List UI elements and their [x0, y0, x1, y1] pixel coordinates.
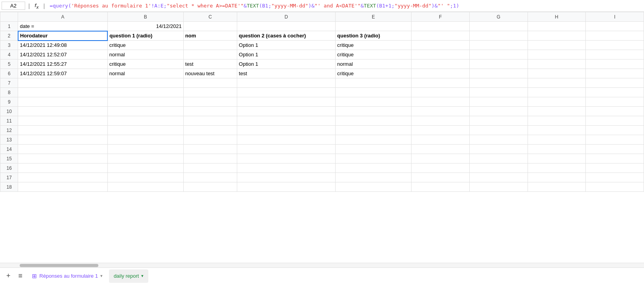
cell-H12[interactable] [528, 126, 586, 135]
row-number-17[interactable]: 17 [0, 173, 18, 182]
cell-D8[interactable] [237, 88, 336, 97]
cell-A11[interactable] [18, 116, 107, 126]
cell-D4[interactable]: Option 1 [237, 50, 336, 59]
col-header-e[interactable]: E [336, 12, 411, 22]
cell-B15[interactable] [107, 154, 183, 163]
cell-I2[interactable] [586, 31, 644, 41]
col-header-f[interactable]: F [411, 12, 470, 22]
cell-G18[interactable] [469, 182, 528, 192]
cell-E10[interactable] [336, 107, 411, 116]
cell-E17[interactable] [336, 173, 411, 182]
cell-A3[interactable]: 14/12/2021 12:49:08 [18, 41, 107, 50]
cell-E7[interactable] [336, 78, 411, 88]
cell-H16[interactable] [528, 163, 586, 173]
cell-A2[interactable]: Horodateur [18, 31, 107, 41]
cell-A8[interactable] [18, 88, 107, 97]
cell-B6[interactable]: normal [107, 69, 183, 78]
cell-B9[interactable] [107, 97, 183, 107]
cell-A14[interactable] [18, 145, 107, 154]
cell-E1[interactable] [336, 22, 411, 31]
cell-D10[interactable] [237, 107, 336, 116]
cell-I10[interactable] [586, 107, 644, 116]
cell-H15[interactable] [528, 154, 586, 163]
cell-H18[interactable] [528, 182, 586, 192]
cell-E9[interactable] [336, 97, 411, 107]
row-number-7[interactable]: 7 [0, 78, 18, 88]
cell-C12[interactable] [183, 126, 237, 135]
tab-reponses-formulaire[interactable]: ⊞ Réponses au formulaire 1 ▾ [27, 269, 107, 283]
cell-G16[interactable] [469, 163, 528, 173]
cell-F18[interactable] [411, 182, 470, 192]
cell-A9[interactable] [18, 97, 107, 107]
cell-B2[interactable]: question 1 (radio) [107, 31, 183, 41]
cell-F4[interactable] [411, 50, 470, 59]
cell-G6[interactable] [469, 69, 528, 78]
cell-B7[interactable] [107, 78, 183, 88]
cell-D7[interactable] [237, 78, 336, 88]
cell-E6[interactable]: critique [336, 69, 411, 78]
col-header-i[interactable]: I [586, 12, 644, 22]
cell-H17[interactable] [528, 173, 586, 182]
cell-E13[interactable] [336, 135, 411, 145]
row-number-5[interactable]: 5 [0, 59, 18, 69]
cell-C8[interactable] [183, 88, 237, 97]
cell-E4[interactable]: critique [336, 50, 411, 59]
col-header-c[interactable]: C [183, 12, 237, 22]
col-header-d[interactable]: D [237, 12, 336, 22]
col-header-g[interactable]: G [469, 12, 528, 22]
cell-I5[interactable] [586, 59, 644, 69]
cell-B16[interactable] [107, 163, 183, 173]
cell-F8[interactable] [411, 88, 470, 97]
cell-C1[interactable] [183, 22, 237, 31]
cell-A18[interactable] [18, 182, 107, 192]
cell-I8[interactable] [586, 88, 644, 97]
row-number-15[interactable]: 15 [0, 154, 18, 163]
row-number-11[interactable]: 11 [0, 116, 18, 126]
cell-H3[interactable] [528, 41, 586, 50]
cell-A1[interactable]: date = [18, 22, 107, 31]
cell-H10[interactable] [528, 107, 586, 116]
cell-C13[interactable] [183, 135, 237, 145]
cell-I16[interactable] [586, 163, 644, 173]
cell-E15[interactable] [336, 154, 411, 163]
cell-B17[interactable] [107, 173, 183, 182]
cell-F11[interactable] [411, 116, 470, 126]
cell-F17[interactable] [411, 173, 470, 182]
cell-A13[interactable] [18, 135, 107, 145]
cell-F15[interactable] [411, 154, 470, 163]
cell-F12[interactable] [411, 126, 470, 135]
row-number-3[interactable]: 3 [0, 41, 18, 50]
cell-I7[interactable] [586, 78, 644, 88]
cell-E14[interactable] [336, 145, 411, 154]
tab-daily-report[interactable]: daily report ▾ [109, 269, 148, 283]
cell-I14[interactable] [586, 145, 644, 154]
cell-D2[interactable]: question 2 (cases à cocher) [237, 31, 336, 41]
cell-D14[interactable] [237, 145, 336, 154]
cell-G12[interactable] [469, 126, 528, 135]
cell-H13[interactable] [528, 135, 586, 145]
cell-H14[interactable] [528, 145, 586, 154]
cell-H4[interactable] [528, 50, 586, 59]
row-number-16[interactable]: 16 [0, 163, 18, 173]
cell-B8[interactable] [107, 88, 183, 97]
cell-G8[interactable] [469, 88, 528, 97]
cell-D18[interactable] [237, 182, 336, 192]
cell-A5[interactable]: 14/12/2021 12:55:27 [18, 59, 107, 69]
cell-G13[interactable] [469, 135, 528, 145]
row-number-8[interactable]: 8 [0, 88, 18, 97]
cell-C3[interactable] [183, 41, 237, 50]
cell-D11[interactable] [237, 116, 336, 126]
cell-D16[interactable] [237, 163, 336, 173]
cell-B18[interactable] [107, 182, 183, 192]
spreadsheet-area[interactable]: A B C D E F G H I 1date =14/12/20212Horo… [0, 12, 644, 263]
cell-F16[interactable] [411, 163, 470, 173]
cell-I18[interactable] [586, 182, 644, 192]
col-header-h[interactable]: H [528, 12, 586, 22]
add-sheet-button[interactable]: + [3, 270, 14, 282]
cell-C14[interactable] [183, 145, 237, 154]
row-number-18[interactable]: 18 [0, 182, 18, 192]
cell-D6[interactable]: test [237, 69, 336, 78]
row-number-2[interactable]: 2 [0, 31, 18, 41]
cell-H11[interactable] [528, 116, 586, 126]
cell-F2[interactable] [411, 31, 470, 41]
